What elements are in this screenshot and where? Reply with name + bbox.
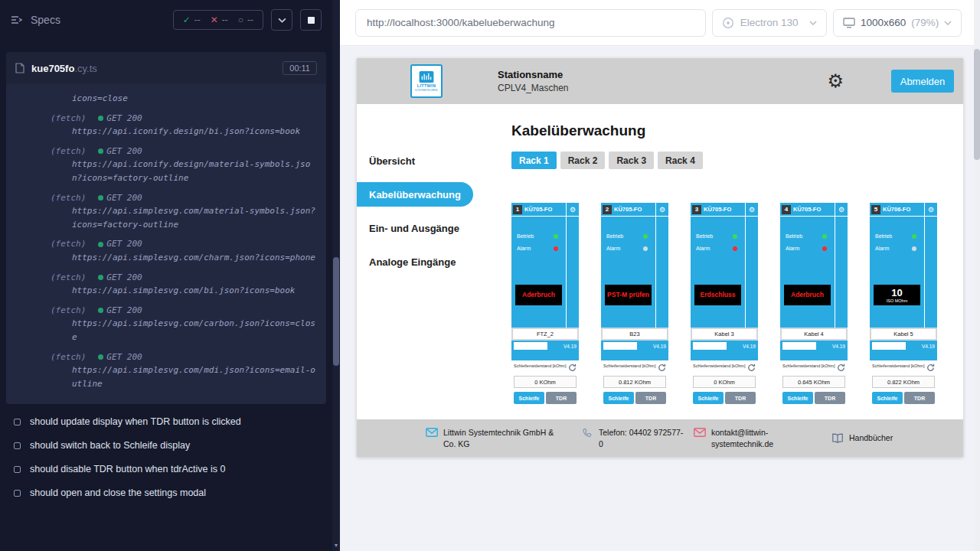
- alarm-label: Alarm: [875, 246, 889, 251]
- log-url: https://api.simplesvg.com/carbon.json?ic…: [72, 317, 315, 344]
- cable-name-field[interactable]: Kabel 3: [692, 329, 756, 339]
- station-label: Stationsname: [498, 69, 569, 80]
- status-dot-icon: [98, 354, 103, 360]
- log-entry[interactable]: (fetch)GET 200 https://api.iconify.desig…: [6, 145, 326, 185]
- stat-pending: ○ --: [238, 15, 253, 25]
- measurement-label: Schleifenwiderstand [kOhm]: [782, 364, 835, 368]
- status-display: Erdschluss: [694, 285, 741, 305]
- test-item[interactable]: should switch back to Schleife display: [14, 440, 320, 451]
- log-url: https://api.simplesvg.com/mdi.json?icons…: [72, 364, 315, 390]
- alarm-label: Alarm: [606, 246, 620, 251]
- log-entry[interactable]: (fetch)GET 200 https://api.simplesvg.com…: [6, 191, 326, 232]
- card-gear-icon[interactable]: ⚙: [566, 203, 579, 216]
- measurement-label: Schleifenwiderstand [kOhm]: [514, 364, 566, 368]
- collapse-button[interactable]: [271, 9, 292, 31]
- log-status: GET 200: [106, 112, 142, 126]
- schleife-button[interactable]: Schleife: [693, 392, 724, 404]
- viewport-selector[interactable]: 1000x660 (79%): [833, 9, 962, 37]
- alarm-label: Alarm: [786, 246, 799, 251]
- alarm-led: [643, 246, 648, 251]
- tdr-button[interactable]: TDR: [815, 392, 845, 404]
- schleife-button[interactable]: Schleife: [872, 392, 903, 404]
- card-gear-icon[interactable]: ⚙: [655, 203, 668, 216]
- footer-manuals[interactable]: Handbücher: [831, 432, 893, 443]
- reporter-scrollbar[interactable]: ▼: [332, 0, 340, 551]
- test-bullet-icon: [14, 419, 21, 425]
- refresh-icon[interactable]: [747, 364, 756, 372]
- sidebar-item-ein-und-ausgaenge[interactable]: Ein- und Ausgänge: [357, 211, 488, 245]
- cypress-reporter-content: Specs ✓ -- ✕ -- ○ --: [0, 0, 332, 551]
- tdr-button[interactable]: TDR: [904, 392, 935, 404]
- refresh-icon[interactable]: [568, 364, 577, 372]
- alarm-led: [822, 246, 827, 251]
- spec-header-row[interactable]: kue705fo.cy.ts 00:11: [6, 52, 326, 84]
- passed-icon: ✓: [183, 15, 191, 25]
- status-text: PST-M prüfen: [606, 292, 651, 298]
- test-label: should disable TDR button when tdrActive…: [30, 464, 225, 474]
- tdr-button[interactable]: TDR: [635, 392, 666, 404]
- refresh-icon[interactable]: [926, 364, 935, 372]
- tab-rack-3[interactable]: Rack 3: [609, 152, 654, 169]
- betrieb-label: Betrieb: [517, 233, 534, 239]
- schleife-button[interactable]: Schleife: [603, 392, 634, 404]
- app-header: LITTWIN SYSTEMTECHNIK Stationsname CPLV4…: [357, 58, 963, 104]
- alarm-label: Alarm: [517, 246, 531, 251]
- firmware-version: V4.19: [653, 344, 666, 349]
- log-entry[interactable]: (fetch)GET 200 https://api.simplesvg.com…: [6, 304, 326, 344]
- app-sidebar: Übersicht Kabelüberwachung Ein- und Ausg…: [357, 104, 488, 419]
- sidebar-item-uebersicht[interactable]: Übersicht: [357, 144, 488, 178]
- command-log: icons=close (fetch)GET 200 https://api.i…: [6, 84, 326, 404]
- card-number: 4: [782, 205, 791, 214]
- preview-scrollbar-thumb[interactable]: [974, 49, 980, 160]
- tab-rack-4[interactable]: Rack 4: [658, 152, 703, 169]
- footer-email[interactable]: kontakt@littwin-systemtechnik.de: [694, 427, 831, 448]
- test-item[interactable]: should update display when TDR button is…: [14, 416, 320, 427]
- scroll-down-arrow-icon[interactable]: ▼: [332, 543, 340, 548]
- refresh-icon[interactable]: [658, 364, 666, 372]
- browser-pane: Electron 130 1000x660 (79%): [340, 0, 980, 551]
- log-source: (fetch): [51, 145, 86, 158]
- log-source: (fetch): [51, 112, 86, 126]
- device-card: 4 KÜ705-FO ⚙ Betrieb Alarm Ade: [780, 203, 848, 419]
- cable-name-field[interactable]: Kabel 4: [782, 329, 846, 339]
- browser-selector[interactable]: Electron 130: [712, 9, 827, 37]
- card-gear-icon[interactable]: ⚙: [835, 203, 848, 216]
- card-gear-icon[interactable]: ⚙: [745, 203, 758, 216]
- cable-name-field[interactable]: B23: [603, 329, 667, 339]
- card-gear-icon[interactable]: ⚙: [924, 203, 937, 216]
- status-dot-icon: [98, 275, 103, 280]
- log-status: GET 200: [106, 145, 142, 158]
- device-title: KÜ705-FO: [524, 206, 552, 213]
- refresh-icon[interactable]: [837, 364, 845, 372]
- tdr-button[interactable]: TDR: [546, 392, 577, 404]
- betrieb-label: Betrieb: [606, 233, 623, 239]
- test-stats[interactable]: ✓ -- ✕ -- ○ --: [173, 10, 263, 30]
- tab-rack-2[interactable]: Rack 2: [560, 152, 606, 169]
- test-item[interactable]: should disable TDR button when tdrActive…: [14, 464, 320, 474]
- log-entry[interactable]: (fetch)GET 200 https://api.simplesvg.com…: [6, 271, 326, 298]
- tdr-button[interactable]: TDR: [725, 392, 756, 404]
- footer-phone[interactable]: Telefon: 04402 972577-0: [583, 427, 694, 448]
- log-entry[interactable]: (fetch)GET 200 https://api.simplesvg.com…: [6, 350, 326, 391]
- cable-name-field[interactable]: FTZ_2: [513, 329, 577, 339]
- test-bullet-icon: [14, 490, 21, 497]
- schleife-button[interactable]: Schleife: [514, 392, 544, 404]
- settings-gear-icon[interactable]: ⚙: [827, 72, 844, 90]
- test-item[interactable]: should open and close the settings modal: [14, 487, 320, 498]
- stop-button[interactable]: [300, 9, 322, 31]
- sidebar-item-analoge-eingaenge[interactable]: Analoge Eingänge: [357, 245, 488, 279]
- url-input[interactable]: [367, 17, 694, 28]
- stat-failed: ✕ --: [211, 15, 228, 25]
- schleife-button[interactable]: Schleife: [782, 392, 813, 404]
- logout-button[interactable]: Abmelden: [891, 70, 954, 93]
- sidebar-item-kabelueberwachung[interactable]: Kabelüberwachung: [357, 182, 473, 207]
- preview-scrollbar[interactable]: [974, 0, 980, 551]
- log-entry[interactable]: (fetch)GET 200 https://api.simplesvg.com…: [6, 237, 326, 264]
- reporter-scrollbar-thumb[interactable]: [333, 257, 339, 366]
- tab-rack-1[interactable]: Rack 1: [511, 152, 557, 169]
- log-entry[interactable]: (fetch)GET 200 https://api.iconify.desig…: [6, 112, 326, 139]
- browser-toolbar: Electron 130 1000x660 (79%): [340, 0, 980, 46]
- cable-name-field[interactable]: Kabel 5: [871, 329, 936, 339]
- device-card: 5 KÜ706-FO ⚙ Betrieb Alarm: [870, 203, 937, 419]
- specs-list-toggle-icon[interactable]: [11, 15, 23, 24]
